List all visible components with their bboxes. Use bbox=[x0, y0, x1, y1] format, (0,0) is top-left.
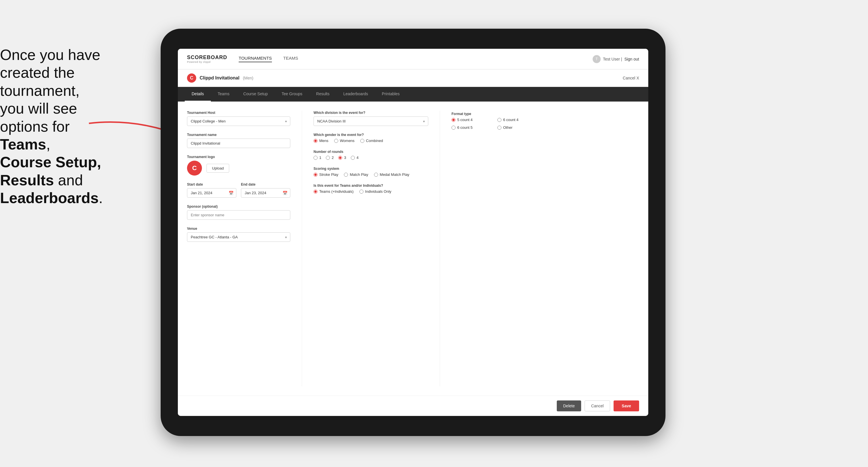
cancel-label: Cancel bbox=[623, 76, 636, 80]
tablet-frame: SCOREBOARD Powered by clippd TOURNAMENTS… bbox=[161, 29, 665, 436]
column-left: Tournament Host Clippd College - Men ▼ T… bbox=[187, 111, 290, 386]
tab-bar: DetailsTeamsCourse SetupTee GroupsResult… bbox=[178, 87, 648, 101]
tab-details[interactable]: Details bbox=[185, 87, 211, 101]
start-date-icon: 📅 bbox=[228, 191, 234, 195]
bottom-bar: Delete Cancel Save bbox=[178, 396, 648, 416]
tab-printables[interactable]: Printables bbox=[375, 87, 406, 101]
scoring-option-2[interactable]: Medal Match Play bbox=[374, 173, 409, 177]
user-avatar: T bbox=[593, 55, 601, 63]
delete-button[interactable]: Delete bbox=[557, 400, 581, 411]
ti-option-1[interactable]: Individuals Only bbox=[360, 189, 392, 194]
scoring-option-0[interactable]: Stroke Play bbox=[313, 173, 338, 177]
tab-teams[interactable]: Teams bbox=[211, 87, 236, 101]
breadcrumb-left: C Clippd Invitational (Men) bbox=[187, 73, 253, 83]
name-label: Tournament name bbox=[187, 133, 290, 137]
instruction-bold1: Teams bbox=[0, 136, 46, 153]
instruction-bold3: Results bbox=[0, 172, 54, 188]
logo-area: SCOREBOARD Powered by clippd bbox=[187, 55, 227, 63]
instruction-bold4: Leaderboards bbox=[0, 190, 99, 206]
format-option-1[interactable]: 6 count 4 bbox=[497, 118, 537, 122]
host-select-wrapper: Clippd College - Men ▼ bbox=[187, 117, 290, 126]
cancel-button-bottom[interactable]: Cancel bbox=[585, 400, 611, 411]
rounds-option-3[interactable]: 4 bbox=[351, 155, 359, 160]
rounds-option-0[interactable]: 1 bbox=[313, 155, 321, 160]
venue-select-wrapper: Peachtree GC - Atlanta - GA ▼ bbox=[187, 232, 290, 242]
format-option-0[interactable]: 5 count 4 bbox=[452, 118, 492, 122]
host-label: Tournament Host bbox=[187, 111, 290, 115]
tournament-logo: C bbox=[187, 73, 196, 83]
format-radio-group: 5 count 46 count 46 count 5Other bbox=[452, 118, 639, 130]
end-date-icon: 📅 bbox=[283, 191, 287, 195]
date-row: Start date 📅 End date 📅 bbox=[187, 182, 290, 198]
nav-tournaments[interactable]: TOURNAMENTS bbox=[239, 56, 272, 62]
end-date-label: End date bbox=[241, 182, 290, 186]
cancel-button-top[interactable]: Cancel X bbox=[623, 76, 639, 80]
sign-out-link[interactable]: Sign out bbox=[624, 57, 639, 61]
gender-label: Which gender is the event for? bbox=[313, 133, 428, 137]
logo-label: Tournament logo bbox=[187, 155, 290, 159]
logo-form-group: Tournament logo C Upload bbox=[187, 155, 290, 176]
tab-tee-groups[interactable]: Tee Groups bbox=[275, 87, 309, 101]
instruction-line1: Once you have bbox=[0, 46, 100, 63]
start-date-group: Start date 📅 bbox=[187, 182, 236, 198]
instruction-line4: you will see bbox=[0, 100, 77, 117]
tournament-name-breadcrumb: Clippd Invitational bbox=[199, 75, 240, 81]
start-date-label: Start date bbox=[187, 182, 236, 186]
division-label: Which division is the event for? bbox=[313, 111, 428, 115]
nav-teams[interactable]: TEAMS bbox=[283, 56, 298, 62]
end-date-group: End date 📅 bbox=[241, 182, 290, 198]
user-area: T Test User | Sign out bbox=[593, 55, 639, 63]
teams-individuals-label: Is this event for Teams and/or Individua… bbox=[313, 184, 428, 188]
gender-option-1[interactable]: Womens bbox=[334, 138, 354, 143]
instruction-line5: options for bbox=[0, 118, 70, 135]
tab-results[interactable]: Results bbox=[309, 87, 337, 101]
name-input[interactable] bbox=[187, 138, 290, 148]
gender-radio-group: MensWomensCombined bbox=[313, 138, 428, 143]
cancel-x: X bbox=[637, 76, 639, 80]
save-button[interactable]: Save bbox=[614, 400, 639, 411]
upload-button[interactable]: Upload bbox=[207, 164, 229, 173]
tab-course-setup[interactable]: Course Setup bbox=[236, 87, 275, 101]
sponsor-label: Sponsor (optional) bbox=[187, 205, 290, 209]
division-select-wrapper: NCAA Division III ▼ bbox=[313, 117, 428, 126]
instruction-line2: created the bbox=[0, 64, 74, 81]
logo-upload-area: C Upload bbox=[187, 161, 290, 176]
column-middle: Which division is the event for? NCAA Di… bbox=[313, 111, 428, 386]
rounds-option-1[interactable]: 2 bbox=[326, 155, 334, 160]
sponsor-input[interactable] bbox=[187, 210, 290, 220]
rounds-form-group: Number of rounds 1234 bbox=[313, 150, 428, 160]
division-select[interactable]: NCAA Division III bbox=[313, 117, 428, 126]
format-option-2[interactable]: 6 count 5 bbox=[452, 125, 492, 130]
divider-right bbox=[440, 111, 440, 386]
teams-individuals-radio-group: Teams (+Individuals)Individuals Only bbox=[313, 189, 428, 194]
instruction-line3: tournament, bbox=[0, 82, 80, 99]
start-date-wrapper: 📅 bbox=[187, 188, 236, 198]
host-form-group: Tournament Host Clippd College - Men ▼ bbox=[187, 111, 290, 126]
venue-select[interactable]: Peachtree GC - Atlanta - GA bbox=[187, 232, 290, 242]
ti-option-0[interactable]: Teams (+Individuals) bbox=[313, 189, 354, 194]
main-content: Tournament Host Clippd College - Men ▼ T… bbox=[178, 101, 648, 396]
tab-leaderboards[interactable]: Leaderboards bbox=[337, 87, 375, 101]
tournament-gender-breadcrumb: (Men) bbox=[243, 76, 254, 80]
rounds-option-2[interactable]: 3 bbox=[338, 155, 346, 160]
host-select[interactable]: Clippd College - Men bbox=[187, 117, 290, 126]
gender-option-2[interactable]: Combined bbox=[360, 138, 383, 143]
breadcrumb-bar: C Clippd Invitational (Men) Cancel X bbox=[178, 69, 648, 87]
format-option-3[interactable]: Other bbox=[497, 125, 537, 130]
logo-title: SCOREBOARD bbox=[187, 55, 227, 61]
end-date-wrapper: 📅 bbox=[241, 188, 290, 198]
dates-form-group: Start date 📅 End date 📅 bbox=[187, 182, 290, 198]
nav-links: TOURNAMENTS TEAMS bbox=[239, 56, 298, 62]
gender-option-0[interactable]: Mens bbox=[313, 138, 329, 143]
logo-subtitle: Powered by clippd bbox=[187, 61, 211, 63]
logo-circle: C bbox=[187, 161, 202, 176]
tablet-screen: SCOREBOARD Powered by clippd TOURNAMENTS… bbox=[178, 49, 648, 416]
scoring-option-1[interactable]: Match Play bbox=[344, 173, 368, 177]
name-form-group: Tournament name bbox=[187, 133, 290, 148]
sponsor-form-group: Sponsor (optional) bbox=[187, 205, 290, 220]
division-form-group: Which division is the event for? NCAA Di… bbox=[313, 111, 428, 126]
column-right: Format type 5 count 46 count 46 count 5O… bbox=[452, 111, 639, 386]
rounds-label: Number of rounds bbox=[313, 150, 428, 154]
venue-label: Venue bbox=[187, 227, 290, 230]
format-label: Format type bbox=[452, 112, 639, 116]
